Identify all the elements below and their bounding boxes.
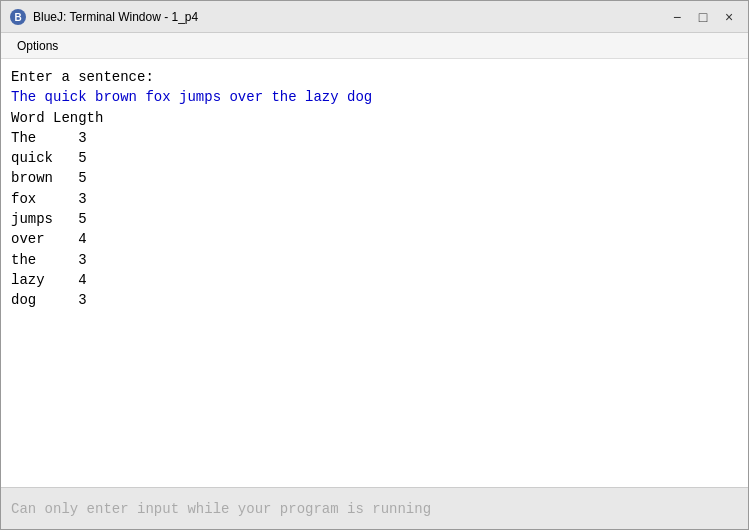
app-icon: B [9, 8, 27, 26]
title-bar: B BlueJ: Terminal Window - 1_p4 − □ × [1, 1, 748, 33]
table-row: jumps 5 [11, 209, 738, 229]
input-echo-line: The quick brown fox jumps over the lazy … [11, 87, 738, 107]
word-length-rows: The 3quick 5brown 5fox 3jumps 5over 4the… [11, 128, 738, 311]
terminal-output: Enter a sentence: The quick brown fox ju… [1, 59, 748, 487]
maximize-button[interactable]: □ [692, 6, 714, 28]
menu-bar: Options [1, 33, 748, 59]
table-row: the 3 [11, 250, 738, 270]
prompt-line: Enter a sentence: [11, 67, 738, 87]
minimize-button[interactable]: − [666, 6, 688, 28]
terminal-window: B BlueJ: Terminal Window - 1_p4 − □ × Op… [0, 0, 749, 530]
terminal-input[interactable] [11, 501, 738, 517]
table-row: dog 3 [11, 290, 738, 310]
options-menu[interactable]: Options [9, 37, 66, 55]
window-title: BlueJ: Terminal Window - 1_p4 [33, 10, 666, 24]
table-row: The 3 [11, 128, 738, 148]
input-area[interactable] [1, 487, 748, 529]
table-row: fox 3 [11, 189, 738, 209]
window-controls: − □ × [666, 6, 740, 28]
table-row: quick 5 [11, 148, 738, 168]
table-row: brown 5 [11, 168, 738, 188]
header-line: Word Length [11, 108, 738, 128]
table-row: lazy 4 [11, 270, 738, 290]
close-button[interactable]: × [718, 6, 740, 28]
table-row: over 4 [11, 229, 738, 249]
svg-text:B: B [14, 12, 21, 23]
